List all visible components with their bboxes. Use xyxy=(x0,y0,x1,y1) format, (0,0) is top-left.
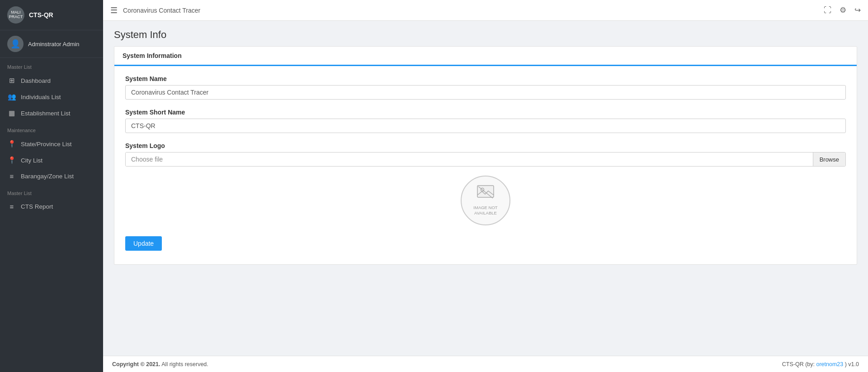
sidebar-item-individuals[interactable]: 👥 Individuals List xyxy=(0,89,103,105)
menu-toggle-icon[interactable]: ☰ xyxy=(110,5,118,15)
system-name-label: System Name xyxy=(125,75,846,82)
user-name: Adminstrator Admin xyxy=(28,41,79,48)
system-info-card: System Information System Name System Sh… xyxy=(114,46,857,265)
image-not-available-icon xyxy=(477,185,494,203)
page-header: System Info xyxy=(103,21,868,46)
image-not-available-text: IMAGE NOTAVAILABLE xyxy=(473,205,497,216)
sidebar-item-cts-report[interactable]: ≡ CTS Report xyxy=(0,199,103,215)
footer: Copyright © 2021. All rights reserved. C… xyxy=(103,356,868,372)
footer-right-text: CTS-QR (by: xyxy=(782,361,816,367)
browse-button[interactable]: Browse xyxy=(813,153,845,166)
logout-icon[interactable]: ↪ xyxy=(854,5,861,15)
card-header: System Information xyxy=(114,47,857,66)
sidebar-item-establishment[interactable]: ▦ Establishment List xyxy=(0,105,103,121)
image-placeholder: IMAGE NOTAVAILABLE xyxy=(125,176,846,225)
dashboard-icon: ⊞ xyxy=(7,76,16,85)
card-body: System Name System Short Name System Log… xyxy=(114,66,857,264)
topbar-title: Coronavirus Contact Tracer xyxy=(123,7,818,14)
topbar: ☰ Coronavirus Contact Tracer ⛶ ⚙ ↪ xyxy=(103,0,868,21)
city-icon: 📍 xyxy=(7,156,16,164)
sidebar-item-label: Dashboard xyxy=(21,77,51,84)
sidebar-item-label: Barangay/Zone List xyxy=(21,173,74,180)
barangay-icon: ≡ xyxy=(7,172,16,180)
fullscreen-icon[interactable]: ⛶ xyxy=(824,6,831,15)
sidebar-item-city[interactable]: 📍 City List xyxy=(0,152,103,168)
sidebar-item-dashboard[interactable]: ⊞ Dashboard xyxy=(0,72,103,89)
sidebar-item-label: Establishment List xyxy=(21,110,71,117)
cts-report-icon: ≡ xyxy=(7,203,16,210)
sidebar-item-label: CTS Report xyxy=(21,203,53,210)
footer-copyright: Copyright © 2021. xyxy=(112,361,160,367)
user-avatar-icon: 👤 xyxy=(10,39,20,49)
sidebar-brand[interactable]: MALIPRACT CTS-QR xyxy=(0,0,103,30)
section-master-list-1: Master List xyxy=(0,58,103,72)
file-input-text: Choose file xyxy=(126,153,813,166)
content-area: System Information System Name System Sh… xyxy=(103,46,868,356)
main-content: ☰ Coronavirus Contact Tracer ⛶ ⚙ ↪ Syste… xyxy=(103,0,868,372)
brand-name: CTS-QR xyxy=(29,11,53,19)
update-button[interactable]: Update xyxy=(125,236,162,251)
section-master-list-2: Master List xyxy=(0,184,103,199)
system-logo-group: System Logo Choose file Browse xyxy=(125,142,846,167)
user-avatar: 👤 xyxy=(7,36,24,52)
image-placeholder-circle: IMAGE NOTAVAILABLE xyxy=(461,176,510,225)
section-maintenance: Maintenance xyxy=(0,121,103,136)
system-short-name-group: System Short Name xyxy=(125,109,846,133)
system-short-name-input[interactable] xyxy=(125,119,846,133)
brand-logo: MALIPRACT xyxy=(7,6,24,24)
footer-version: ) v1.0 xyxy=(843,361,859,367)
footer-right: CTS-QR (by: oretnom23 ) v1.0 xyxy=(782,361,859,367)
page-title: System Info xyxy=(114,29,857,41)
sidebar-item-label: Individuals List xyxy=(21,94,61,100)
footer-left: Copyright © 2021. All rights reserved. xyxy=(112,361,208,367)
settings-icon[interactable]: ⚙ xyxy=(840,5,846,15)
sidebar: MALIPRACT CTS-QR 👤 Adminstrator Admin Ma… xyxy=(0,0,103,372)
system-name-input[interactable] xyxy=(125,85,846,100)
footer-author-link[interactable]: oretnom23 xyxy=(816,361,843,367)
state-icon: 📍 xyxy=(7,140,16,148)
sidebar-item-label: State/Province List xyxy=(21,141,72,148)
topbar-actions: ⛶ ⚙ ↪ xyxy=(824,5,861,15)
system-logo-label: System Logo xyxy=(125,142,846,149)
establishment-icon: ▦ xyxy=(7,109,16,117)
sidebar-user[interactable]: 👤 Adminstrator Admin xyxy=(0,30,103,58)
sidebar-item-label: City List xyxy=(21,157,42,164)
file-input-group: Choose file Browse xyxy=(125,152,846,167)
sidebar-item-barangay[interactable]: ≡ Barangay/Zone List xyxy=(0,168,103,184)
system-name-group: System Name xyxy=(125,75,846,100)
system-short-name-label: System Short Name xyxy=(125,109,846,116)
individuals-icon: 👥 xyxy=(7,93,16,101)
footer-rights: All rights reserved. xyxy=(161,361,208,367)
sidebar-item-state[interactable]: 📍 State/Province List xyxy=(0,136,103,152)
